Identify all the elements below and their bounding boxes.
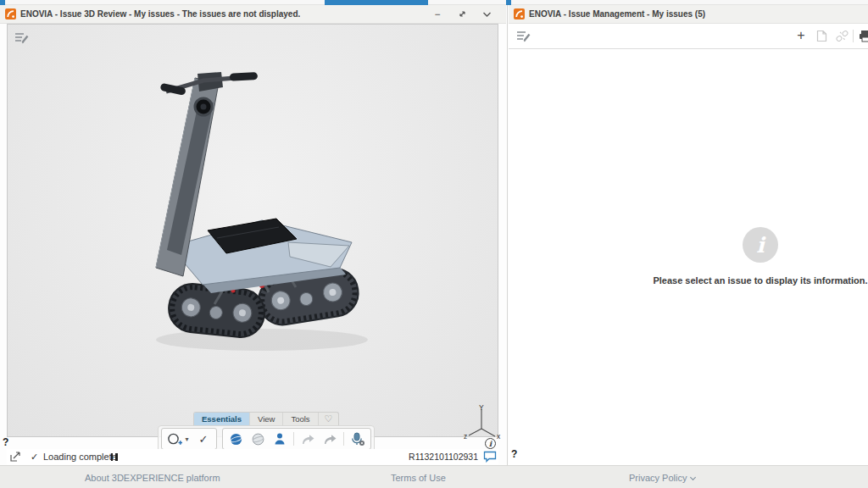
left-window-controls: − <box>431 8 501 20</box>
empty-state: i Please select an issue to display its … <box>599 227 868 286</box>
unlink-button[interactable] <box>834 28 849 43</box>
issue-detail-panel: i Please select an issue to display its … <box>509 49 868 465</box>
blue-sphere-icon <box>229 432 243 446</box>
axis-z-label: z <box>464 432 467 441</box>
validate-button[interactable]: ✓ <box>193 430 214 448</box>
view-config-icon <box>167 432 184 446</box>
ghost-sphere-button[interactable] <box>248 430 268 448</box>
printer-icon <box>859 30 868 42</box>
resize-button[interactable] <box>456 8 468 20</box>
reviewer-button[interactable] <box>270 430 290 448</box>
gray-sphere-icon <box>251 432 265 446</box>
favorites-heart-icon[interactable]: ♡ <box>319 413 339 424</box>
left-window-title: ENOVIA - Issue 3D Review - My issues - T… <box>20 9 300 19</box>
axis-y-label: Y <box>479 403 484 412</box>
toolbar-group-review <box>222 428 371 450</box>
collapse-button[interactable] <box>481 8 492 20</box>
tab-view[interactable]: View <box>250 413 283 425</box>
right-window-title: ENOVIA - Issue Management - My issues (5… <box>529 9 705 19</box>
viewer-toolbar-tabs: Essentials View Tools ♡ <box>193 412 339 425</box>
footer-privacy-label: Privacy Policy <box>629 473 687 483</box>
tab-essentials[interactable]: Essentials <box>194 413 250 425</box>
toolbar-group-primary: ▾ ✓ <box>161 428 217 450</box>
enovia-logo-icon <box>514 8 525 19</box>
info-icon[interactable]: i <box>485 438 496 449</box>
annotate-list-button[interactable] <box>14 31 30 44</box>
tab-tools[interactable]: Tools <box>283 413 318 425</box>
share-forward-button[interactable] <box>320 430 340 448</box>
curved-arrow-icon <box>322 434 337 445</box>
right-window-header: ENOVIA - Issue Management - My issues (5… <box>509 5 868 24</box>
person-icon <box>273 432 287 446</box>
footer-about-link[interactable]: About 3DEXPERIENCE platform <box>85 473 220 483</box>
list-pencil-icon <box>516 30 531 42</box>
axis-x-label: x <box>497 432 501 441</box>
footer-privacy-link[interactable]: Privacy Policy <box>629 473 695 483</box>
record-options-button[interactable] <box>348 430 368 448</box>
curved-arrow-icon <box>300 434 315 445</box>
list-pencil-icon <box>14 31 30 44</box>
vehicle-3d-model <box>8 25 499 438</box>
broken-link-icon <box>836 30 849 42</box>
document-icon <box>816 30 827 42</box>
create-issue-button[interactable]: + <box>793 28 809 43</box>
pause-icon[interactable] <box>109 449 119 464</box>
left-window-header: ENOVIA - Issue 3D Review - My issues - T… <box>0 5 506 24</box>
issue-toolbar: + <box>509 24 868 49</box>
toolbar-separator <box>293 432 294 446</box>
empty-state-message: Please select an issue to display its in… <box>599 275 868 286</box>
help-button[interactable]: ? <box>511 448 517 460</box>
enovia-logo-icon <box>5 8 16 19</box>
share-back-button[interactable] <box>298 430 318 448</box>
footer: About 3DEXPERIENCE platform Terms of Use… <box>0 465 868 488</box>
minimize-button[interactable]: − <box>431 8 443 20</box>
dropdown-caret-icon: ▾ <box>185 435 188 443</box>
info-circle-icon: i <box>743 227 778 263</box>
pop-out-arrow-icon <box>10 452 21 462</box>
release-code: R1132101102931 <box>409 449 478 464</box>
pop-out-icon[interactable] <box>10 449 21 464</box>
help-button[interactable]: ? <box>3 436 8 448</box>
check-icon: ✓ <box>31 449 38 464</box>
app-window: ENOVIA - Issue 3D Review - My issues - T… <box>0 0 868 488</box>
comment-bubble-icon[interactable] <box>483 449 497 464</box>
panel-divider[interactable] <box>507 5 508 465</box>
viewer-toolbar: Essentials View Tools ♡ ▾ ✓ <box>158 412 375 452</box>
view-config-button[interactable]: ▾ <box>164 430 192 448</box>
filter-issues-button[interactable] <box>516 28 531 43</box>
3d-viewer-canvas[interactable] <box>7 24 498 437</box>
microphone-gear-icon <box>350 432 365 446</box>
status-bar: ✓ Loading complete R1132101102931 <box>7 449 498 464</box>
loading-status-text: Loading complete <box>43 449 117 464</box>
axis-triad[interactable]: Y x z <box>463 403 502 441</box>
toolbar-separator <box>853 30 854 42</box>
toolbar-separator <box>343 432 344 446</box>
printer-button[interactable] <box>858 28 868 43</box>
footer-terms-link[interactable]: Terms of Use <box>391 473 446 483</box>
select-sphere-button[interactable] <box>225 430 246 448</box>
chevron-down-icon <box>482 11 492 18</box>
open-in-new-tab-button[interactable] <box>814 28 829 43</box>
chevron-down-icon <box>690 474 696 480</box>
resize-diagonal-icon <box>458 9 467 19</box>
